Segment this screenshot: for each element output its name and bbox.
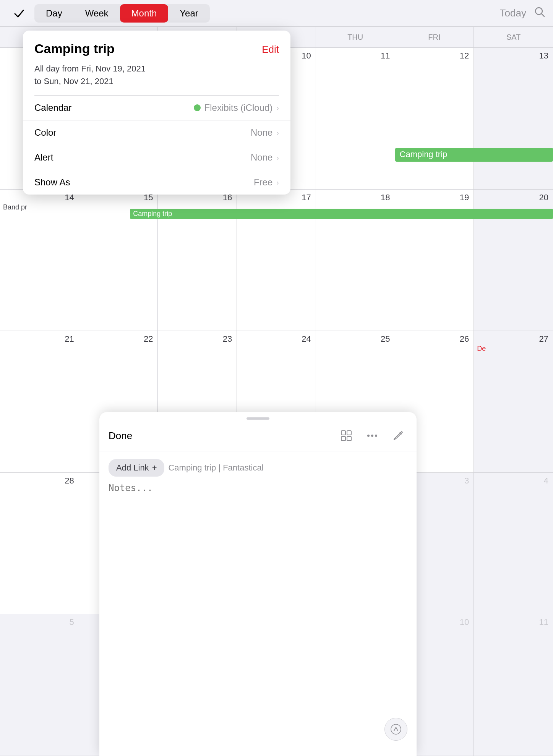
date-23: 23 <box>161 334 234 344</box>
popup-show-as-row[interactable]: Show As Free › <box>23 170 290 195</box>
cal-cell-27[interactable]: 27 De <box>474 331 553 473</box>
show-as-chevron-icon: › <box>276 178 279 187</box>
cal-cell-11-dec[interactable]: 11 <box>474 614 553 756</box>
header-sat: SAT <box>474 27 553 47</box>
header-thu: THU <box>316 27 395 47</box>
svg-point-6 <box>367 435 370 437</box>
day-view-button[interactable]: Day <box>34 4 74 23</box>
nav-arrow-button[interactable] <box>384 718 407 741</box>
date-11-dec: 11 <box>477 617 550 627</box>
event-detail-popup: Camping trip Edit All day from Fri, Nov … <box>23 31 290 195</box>
popup-show-as-label: Show As <box>34 177 70 188</box>
view-segment-control: Day Week Month Year <box>34 4 210 23</box>
popup-color-value: None › <box>251 127 279 138</box>
popup-calendar-row[interactable]: Calendar Flexibits (iCloud) › <box>23 96 290 120</box>
svg-rect-5 <box>347 436 351 441</box>
popup-alert-row[interactable]: Alert None › <box>23 145 290 170</box>
sheet-done-button[interactable]: Done <box>109 430 132 442</box>
top-navigation: Day Week Month Year Today <box>0 0 553 27</box>
sheet-drag-handle <box>246 417 269 420</box>
date-20: 20 <box>477 193 550 203</box>
popup-header: Camping trip Edit <box>23 31 290 62</box>
cal-cell-13[interactable]: 13 <box>474 48 553 190</box>
dec-event[interactable]: De <box>477 344 550 354</box>
popup-show-as-value: Free › <box>254 177 279 188</box>
date-24: 24 <box>240 334 313 344</box>
date-27: 27 <box>477 334 550 344</box>
date-28: 28 <box>3 476 76 486</box>
sheet-toolbar: Done <box>99 423 417 451</box>
add-link-label: Add Link <box>116 463 149 473</box>
band-event[interactable]: Band pr <box>3 203 76 212</box>
sheet-handle-row <box>99 412 417 423</box>
check-button[interactable] <box>8 7 31 19</box>
svg-point-8 <box>375 435 377 437</box>
date-13: 13 <box>477 51 550 61</box>
date-25: 25 <box>319 334 392 344</box>
cal-cell-20[interactable]: 20 Camping trip <box>474 190 553 331</box>
popup-calendar-label: Calendar <box>34 102 71 113</box>
popup-date-line1: All day from Fri, Nov 19, 2021 <box>34 62 279 75</box>
svg-point-7 <box>371 435 373 437</box>
month-view-button[interactable]: Month <box>120 4 169 23</box>
popup-date: All day from Fri, Nov 19, 2021 to Sun, N… <box>23 62 290 95</box>
popup-alert-name: None <box>251 152 272 163</box>
cal-cell-21[interactable]: 21 <box>0 331 79 473</box>
search-button[interactable] <box>534 6 545 20</box>
popup-edit-button[interactable]: Edit <box>262 41 279 55</box>
popup-show-as-name: Free <box>254 177 272 188</box>
date-5: 5 <box>3 617 76 627</box>
calendar-color-dot <box>194 104 201 111</box>
today-button[interactable]: Today <box>500 7 526 19</box>
svg-rect-4 <box>341 436 345 441</box>
popup-color-name: None <box>251 127 272 138</box>
cal-cell-14[interactable]: 14 Band pr <box>0 190 79 331</box>
cal-cell-11[interactable]: 11 <box>316 48 395 190</box>
date-26: 26 <box>398 334 471 344</box>
year-view-button[interactable]: Year <box>168 4 210 23</box>
date-21: 21 <box>3 334 76 344</box>
cal-cell-12[interactable]: 12 <box>395 48 474 190</box>
source-label: Camping trip | Fantastical <box>168 463 263 473</box>
popup-date-line2: to Sun, Nov 21, 2021 <box>34 75 279 88</box>
popup-title: Camping trip <box>34 41 115 56</box>
camping-trip-event-bar[interactable]: Camping trip <box>395 148 553 162</box>
bottom-sheet: Done <box>99 412 417 756</box>
cal-cell-28[interactable]: 28 <box>0 473 79 615</box>
sheet-icon-group <box>337 427 407 445</box>
date-18: 18 <box>319 193 392 203</box>
header-fri: FRI <box>395 27 474 47</box>
calendar-chevron-icon: › <box>276 104 279 112</box>
svg-point-9 <box>391 724 401 734</box>
popup-alert-label: Alert <box>34 152 53 163</box>
camping-trip-bar[interactable]: Camping trip <box>130 209 553 219</box>
sheet-content: Add Link + Camping trip | Fantastical <box>99 451 417 721</box>
date-12: 12 <box>398 51 471 61</box>
add-link-button[interactable]: Add Link + <box>109 459 164 477</box>
color-chevron-icon: › <box>276 128 279 137</box>
svg-line-1 <box>542 14 545 17</box>
popup-color-row[interactable]: Color None › <box>23 120 290 145</box>
grid-view-button[interactable] <box>337 427 355 445</box>
add-link-plus-icon: + <box>152 463 157 473</box>
popup-calendar-name: Flexibits (iCloud) <box>204 102 273 113</box>
popup-alert-value: None › <box>251 152 279 163</box>
more-options-button[interactable] <box>363 427 381 445</box>
cal-cell-4-dec[interactable]: 4 <box>474 473 553 615</box>
date-19: 19 <box>398 193 471 203</box>
alert-chevron-icon: › <box>276 153 279 162</box>
date-11: 11 <box>319 51 392 61</box>
popup-calendar-value: Flexibits (iCloud) › <box>194 102 279 113</box>
popup-color-label: Color <box>34 127 56 138</box>
date-4: 4 <box>477 476 550 486</box>
notes-textarea[interactable] <box>109 483 407 712</box>
add-link-row: Add Link + Camping trip | Fantastical <box>109 459 407 477</box>
week-view-button[interactable]: Week <box>74 4 120 23</box>
cal-cell-5-dec[interactable]: 5 <box>0 614 79 756</box>
svg-rect-2 <box>341 431 345 435</box>
date-22: 22 <box>82 334 155 344</box>
svg-rect-3 <box>347 431 351 435</box>
edit-button[interactable] <box>389 427 407 445</box>
